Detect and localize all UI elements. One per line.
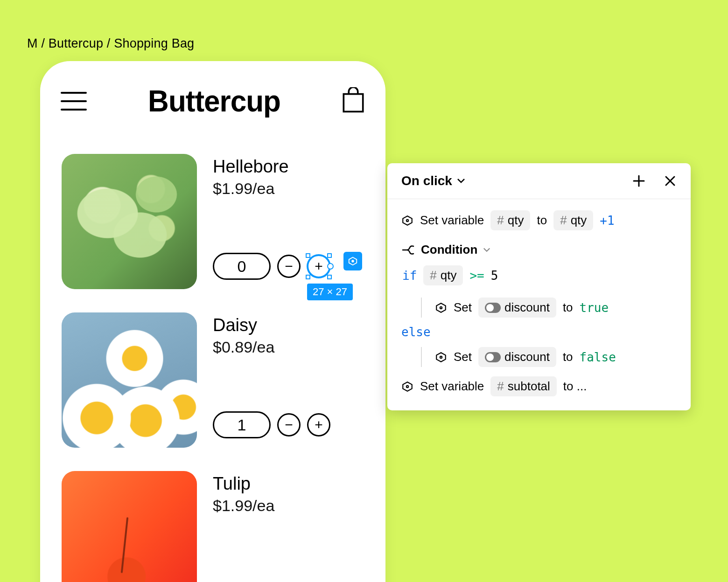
variable-chip[interactable]: discount bbox=[478, 347, 556, 367]
prototype-action-icon[interactable] bbox=[343, 252, 362, 270]
variable-hex-icon bbox=[435, 351, 447, 363]
variable-hex-icon bbox=[401, 381, 413, 393]
to-keyword: to bbox=[563, 350, 573, 364]
svg-marker-7 bbox=[436, 353, 446, 362]
boolean-value[interactable]: true bbox=[580, 301, 609, 315]
action-set-variable[interactable]: Set variable #qty to #qty +1 bbox=[401, 210, 677, 230]
branch-icon bbox=[401, 244, 415, 256]
action-set-variable[interactable]: Set variable #subtotal to ... bbox=[401, 376, 677, 396]
decrement-button[interactable]: − bbox=[277, 255, 301, 278]
variable-hex-icon bbox=[435, 302, 447, 314]
operator[interactable]: >= bbox=[469, 269, 484, 283]
product-image bbox=[62, 312, 197, 448]
to-keyword: to ... bbox=[563, 379, 587, 394]
then-branch: Set discount to true bbox=[421, 298, 677, 318]
cart-item: Daisy $0.89/ea 1 − + bbox=[62, 312, 364, 448]
trigger-dropdown[interactable]: On click bbox=[401, 173, 465, 188]
variable-chip[interactable]: #subtotal bbox=[490, 376, 557, 396]
chevron-down-icon bbox=[457, 178, 465, 184]
product-image bbox=[62, 471, 197, 582]
app-title: Buttercup bbox=[148, 83, 280, 118]
svg-marker-9 bbox=[403, 382, 412, 391]
increment-button[interactable]: + bbox=[307, 413, 330, 436]
else-keyword: else bbox=[401, 325, 431, 339]
selection-handle[interactable] bbox=[327, 263, 334, 270]
condition-rhs[interactable]: 5 bbox=[491, 269, 498, 283]
action-set-variable[interactable]: Set discount to true bbox=[435, 298, 677, 318]
svg-marker-3 bbox=[403, 216, 412, 225]
to-keyword: to bbox=[537, 213, 547, 228]
interactions-panel: On click Set variable #qty to #qty +1 Co… bbox=[387, 163, 691, 410]
action-label: Set variable bbox=[420, 213, 484, 228]
condition-header[interactable]: Condition bbox=[401, 242, 677, 257]
svg-point-2 bbox=[352, 260, 354, 262]
action-label: Set variable bbox=[420, 379, 484, 394]
product-image bbox=[62, 154, 197, 289]
condition-if-row[interactable]: if #qty >= 5 bbox=[402, 265, 677, 285]
action-set-variable[interactable]: Set discount to false bbox=[435, 347, 677, 367]
else-branch: Set discount to false bbox=[421, 347, 677, 367]
boolean-toggle-icon bbox=[485, 303, 501, 313]
cart-item: Hellebore $1.99/ea 0 − + bbox=[62, 154, 364, 289]
cart-item: Tulip $1.99/ea bbox=[62, 471, 364, 582]
increment-button[interactable]: + bbox=[307, 255, 330, 278]
breadcrumb[interactable]: M / Buttercup / Shopping Bag bbox=[27, 36, 194, 51]
selection-handle[interactable] bbox=[327, 253, 332, 258]
boolean-value[interactable]: false bbox=[580, 350, 616, 364]
action-label: Set bbox=[454, 350, 472, 364]
app-header: Buttercup bbox=[59, 84, 367, 118]
condition-label: Condition bbox=[421, 242, 477, 257]
add-action-icon[interactable] bbox=[632, 174, 646, 188]
variable-chip[interactable]: #qty bbox=[553, 210, 593, 230]
chevron-down-icon bbox=[483, 247, 490, 253]
product-price: $1.99/ea bbox=[213, 180, 364, 198]
quantity-value: 0 bbox=[213, 253, 271, 280]
variable-hex-icon bbox=[401, 215, 413, 227]
boolean-toggle-icon bbox=[485, 352, 501, 362]
product-price: $0.89/ea bbox=[213, 338, 364, 356]
quantity-value: 1 bbox=[213, 411, 271, 438]
svg-rect-0 bbox=[343, 94, 363, 111]
variable-chip[interactable]: discount bbox=[478, 298, 556, 318]
action-label: Set bbox=[454, 300, 472, 315]
variable-chip[interactable]: #qty bbox=[423, 265, 463, 285]
hamburger-icon[interactable] bbox=[61, 92, 87, 111]
product-name: Tulip bbox=[213, 474, 364, 494]
selection-handle[interactable] bbox=[327, 275, 332, 279]
trigger-label: On click bbox=[401, 173, 452, 188]
selection-size-label: 27 × 27 bbox=[307, 284, 353, 300]
svg-point-10 bbox=[406, 385, 408, 387]
svg-point-6 bbox=[440, 306, 442, 308]
close-icon[interactable] bbox=[664, 174, 677, 187]
decrement-button[interactable]: − bbox=[277, 413, 301, 436]
svg-marker-5 bbox=[436, 303, 446, 312]
product-name: Hellebore bbox=[213, 157, 364, 177]
shopping-bag-icon[interactable] bbox=[342, 87, 365, 115]
product-name: Daisy bbox=[213, 315, 364, 335]
cart-items: Hellebore $1.99/ea 0 − + bbox=[59, 154, 367, 582]
expression-suffix[interactable]: +1 bbox=[600, 214, 614, 228]
if-keyword: if bbox=[402, 269, 417, 283]
selection-handle[interactable] bbox=[306, 253, 310, 258]
device-frame: Buttercup Hellebore $1.99/ea 0 − + bbox=[40, 61, 385, 582]
to-keyword: to bbox=[563, 300, 573, 315]
selection-handle[interactable] bbox=[306, 275, 310, 279]
product-price: $1.99/ea bbox=[213, 497, 364, 515]
svg-point-4 bbox=[406, 219, 408, 221]
variable-chip[interactable]: #qty bbox=[490, 210, 530, 230]
svg-point-8 bbox=[440, 356, 442, 358]
